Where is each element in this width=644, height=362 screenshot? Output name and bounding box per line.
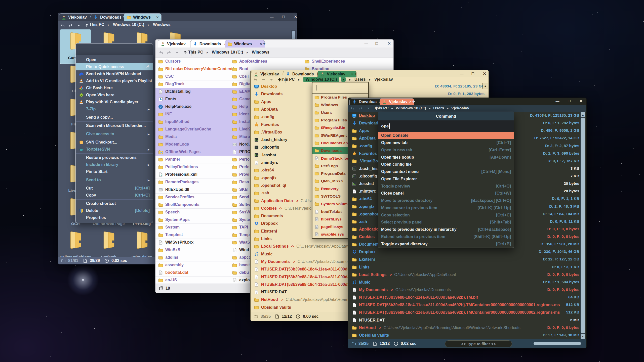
- maximize-button[interactable]: □: [469, 71, 477, 76]
- menu-item-restore-previous-versions[interactable]: Restore previous versions: [76, 154, 153, 161]
- list-item-dropbox[interactable]: Dropbox: [254, 220, 278, 227]
- history-dropdown-icon[interactable]: [175, 50, 180, 55]
- list-item-appreadiness[interactable]: AppReadiness: [232, 58, 267, 65]
- maximize-button[interactable]: □: [280, 14, 287, 20]
- minimize-button[interactable]: —: [554, 98, 561, 104]
- command-item-open-in-new-tab[interactable]: Open in new tab[Ctrl+Enter]: [378, 147, 514, 154]
- list-item-instal[interactable]: Instal: [232, 118, 250, 125]
- menu-item-delete[interactable]: Delete[Delete]: [76, 207, 153, 214]
- list-item-en-us[interactable]: en-US: [158, 276, 177, 284]
- menu-item-pin-to-start[interactable]: Pin to Start: [76, 168, 153, 175]
- list-item--virtualbox[interactable]: .VirtualBox: [352, 157, 380, 165]
- tab-vjekoslav[interactable]: Vjekoslav×: [158, 40, 195, 48]
- close-button[interactable]: ✕: [292, 14, 299, 20]
- command-item-move-cursor-to-previous-item[interactable]: Move cursor to previous item[Ctrl+K] [Ct…: [378, 204, 514, 212]
- list-item--minttyrc[interactable]: .minttyrc: [254, 159, 278, 166]
- list-item-ident[interactable]: Ident: [232, 110, 249, 118]
- window-d-scrollbar[interactable]: ▲ ▼: [580, 112, 585, 339]
- list-item-systemapps[interactable]: SystemApps: [158, 216, 190, 223]
- list-item-appdata[interactable]: AppData: [254, 106, 278, 113]
- list-item-shellexperiences[interactable]: ShellExperiences: [305, 58, 345, 65]
- list-item-provi[interactable]: Provi: [232, 171, 249, 178]
- minimize-button[interactable]: —: [268, 14, 275, 20]
- list-item-csc[interactable]: CSC: [158, 73, 174, 80]
- close-button[interactable]: ✕: [577, 98, 585, 104]
- history-dropdown-icon[interactable]: [366, 106, 371, 111]
- list-item-languageoverlaycache[interactable]: LanguageOverlayCache: [158, 125, 211, 133]
- list-item-livek[interactable]: LiveK: [232, 125, 250, 133]
- list-item-elam[interactable]: ELAM: [232, 88, 251, 95]
- list-item-softw[interactable]: Softw: [232, 201, 250, 208]
- list-item-addins[interactable]: addins: [158, 254, 178, 261]
- list-item-waas[interactable]: WaaS: [232, 239, 250, 246]
- menu-item-scan-with-microsoft-defender-[interactable]: Scan with Microsoft Defender...: [76, 122, 153, 129]
- back-icon[interactable]: [350, 106, 355, 111]
- tab-windows[interactable]: Windows×: [225, 40, 265, 48]
- maximize-button[interactable]: □: [566, 98, 573, 104]
- command-item-extend-selection-to-previous-item[interactable]: Extend selection to previous item[Shift+…: [378, 233, 514, 241]
- list-item-boot[interactable]: Boot: [232, 65, 248, 73]
- list-item-bootstat-dat[interactable]: bootstat.dat: [158, 269, 188, 276]
- breadcrumb-windows-10-c-[interactable]: Windows 10 (C:): [113, 22, 144, 27]
- dropdown-filter-input[interactable]: [312, 82, 368, 94]
- list-item-shellcomponents[interactable]: ShellComponents: [158, 201, 199, 208]
- list-item-help[interactable]: Help: [232, 103, 248, 110]
- breadcrumb-users[interactable]: Users: [433, 106, 444, 110]
- breadcrumb-this-pc[interactable]: This PC: [188, 50, 203, 55]
- minimize-button[interactable]: —: [458, 71, 465, 76]
- list-item-nethood[interactable]: NetHood->C:\Users\Vjekoslav\AppData\Roam…: [352, 324, 520, 332]
- list-item-local-settings[interactable]: Local Settings->C:\Users\Vjekoslav\AppDa…: [352, 271, 456, 279]
- list-item-dtcinstall-log[interactable]: DtcInstall.log: [158, 88, 190, 95]
- list-item-downloads[interactable]: Downloads: [254, 90, 283, 98]
- list-item--virtualbox[interactable]: .VirtualBox: [254, 128, 282, 136]
- list-item--ssh[interactable]: .ssh: [352, 218, 367, 225]
- list-item-desktop[interactable]: Desktop: [352, 112, 375, 119]
- list-item-system[interactable]: System: [158, 223, 180, 231]
- forward-icon[interactable]: [167, 50, 172, 55]
- back-icon[interactable]: [253, 77, 258, 82]
- list-item-obsidian-vaults[interactable]: Obsidian vaults: [352, 332, 389, 339]
- list-item-ntuser-dat-53b39e88-18c4-11ea-a811-000d3aa4692b-tmcontainer00000000000000000002-regtrans-ms[interactable]: NTUSER.DAT{53b39e88-18c4-11ea-a811-000d3…: [352, 309, 560, 316]
- breadcrumb-users[interactable]: Users: [354, 77, 366, 82]
- list-item-remotepackages[interactable]: RemotePackages: [158, 178, 199, 186]
- list-item-eksterni[interactable]: Eksterni: [254, 228, 277, 235]
- tab-downloads[interactable]: Downloads×: [283, 71, 322, 77]
- new-tab-button[interactable]: +: [354, 71, 357, 77]
- list-item-micro[interactable]: Micro: [232, 133, 250, 141]
- breadcrumb-windows[interactable]: Windows: [252, 50, 269, 55]
- list-item-serviceprofiles[interactable]: ServiceProfiles: [158, 193, 194, 201]
- list-item-explo[interactable]: explo: [232, 276, 250, 284]
- back-icon[interactable]: [60, 23, 65, 28]
- maximize-button[interactable]: □: [373, 41, 381, 46]
- scroll-up-button[interactable]: ▲: [581, 112, 585, 117]
- command-item-open-config-file[interactable]: Open config file: [378, 161, 514, 168]
- list-item-sysw[interactable]: SysW: [232, 208, 250, 216]
- list-item--openjfx[interactable]: .openjfx: [254, 174, 276, 182]
- history-dropdown-icon[interactable]: [76, 23, 81, 28]
- list-item-inf[interactable]: INF: [158, 110, 172, 118]
- tab-downloads[interactable]: Downloads×: [349, 98, 384, 105]
- list-item-my-documents[interactable]: My Documents->C:\Users\Vjekoslav\Documen…: [254, 258, 353, 265]
- forward-icon[interactable]: [358, 106, 363, 111]
- breadcrumb-windows-10-c-[interactable]: Windows 10 (C:): [212, 50, 243, 55]
- list-item--obs64[interactable]: .obs64: [352, 195, 372, 203]
- tab-windows[interactable]: Windows×: [124, 13, 162, 21]
- crumb-dropdown-button[interactable]: ▾: [341, 77, 346, 82]
- menu-item-add-to-vlc-media-player-s-playlist[interactable]: Add to VLC media player's Playlist: [76, 77, 153, 84]
- menu-item-pin-to-quick-access[interactable]: Pin to Quick access: [76, 63, 153, 70]
- scroll-down-button[interactable]: ▼: [581, 334, 585, 339]
- list-item--ssh[interactable]: .ssh: [254, 189, 269, 197]
- minimize-button[interactable]: —: [363, 41, 370, 46]
- list-item-favorites[interactable]: Favorites: [352, 150, 377, 157]
- list-item-tapi[interactable]: TAPI: [232, 223, 248, 231]
- list-item-apps[interactable]: Apps: [254, 98, 271, 106]
- list-item--gitconfig[interactable]: .gitconfig: [352, 172, 377, 180]
- list-item-debu[interactable]: debu: [232, 269, 249, 276]
- list-item-policydefinitions[interactable]: PolicyDefinitions: [158, 163, 198, 171]
- list-item-syste[interactable]: Syste: [232, 216, 250, 223]
- up-directory-icon[interactable]: [183, 50, 188, 55]
- menu-item-git-bash-here[interactable]: Git Bash Here: [76, 84, 153, 92]
- list-item-downloads[interactable]: Downloads: [352, 119, 380, 127]
- list-item-nord-[interactable]: Nord.: [232, 141, 250, 148]
- type-to-filter-button[interactable]: >> Type to filter <<: [445, 340, 512, 347]
